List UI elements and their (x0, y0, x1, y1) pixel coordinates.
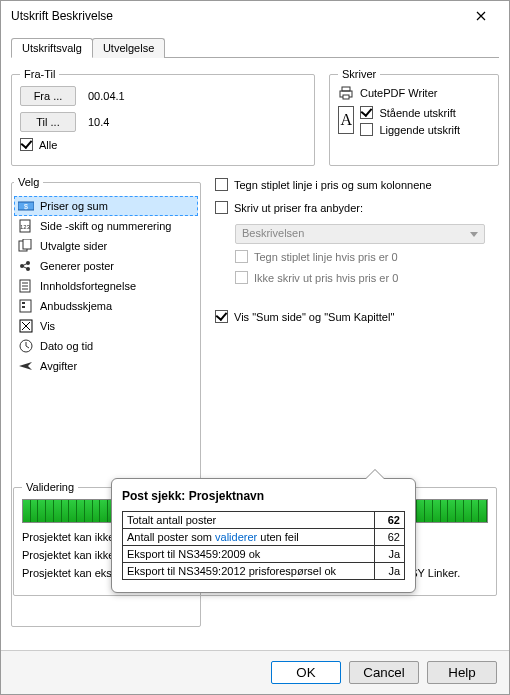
legend-validering: Validering (22, 481, 78, 493)
printer-name: CutePDF Writer (360, 87, 437, 99)
checkbox-icon (20, 138, 33, 151)
anbyder-dropdown[interactable]: Beskrivelsen (235, 224, 485, 244)
table-row: Antall poster som validerer uten feil 62 (123, 529, 405, 546)
velg-item-label: Anbudsskjema (40, 298, 112, 314)
skriv-label: Skriv ut priser fra anbyder: (234, 202, 363, 214)
plane-icon (18, 359, 34, 373)
cell-value: 62 (375, 529, 405, 546)
tab-utskriftsvalg[interactable]: Utskriftsvalg (11, 38, 93, 58)
cell-label: Eksport til NS3459:2009 ok (123, 546, 375, 563)
x-box-icon (18, 319, 34, 333)
validerer-link[interactable]: validerer (215, 531, 257, 543)
table-row: Eksport til NS3459:2012 prisforespørsel … (123, 563, 405, 580)
table-row: Eksport til NS3459:2009 ok Ja (123, 546, 405, 563)
checkbox-icon (360, 106, 373, 119)
close-button[interactable] (461, 4, 501, 28)
fra-button[interactable]: Fra ... (20, 86, 76, 106)
printer-icon (338, 86, 354, 100)
alle-label: Alle (39, 139, 57, 151)
svg-text:123: 123 (20, 224, 31, 230)
cell-value: 62 (375, 512, 405, 529)
velg-item-side[interactable]: 123 Side -skift og nummerering (14, 216, 198, 236)
liggende-checkbox[interactable]: Liggende utskrift (360, 123, 460, 136)
group-fra-til: Fra-Til Fra ... 00.04.1 Til ... 10.4 All… (11, 68, 315, 166)
cell-label: Antall poster som validerer uten feil (123, 529, 375, 546)
velg-item-label: Dato og tid (40, 338, 93, 354)
cell-label: Eksport til NS3459:2012 prisforespørsel … (123, 563, 375, 580)
checkbox-icon (360, 123, 373, 136)
skriv-checkbox[interactable]: Skriv ut priser fra anbyder: (215, 201, 499, 214)
vis-checkbox[interactable]: Vis "Sum side" og "Sum Kapittel" (215, 310, 499, 323)
sub2-checkbox: Ikke skriv ut pris hvis pris er 0 (235, 271, 499, 284)
velg-item-dato[interactable]: Dato og tid (14, 336, 198, 356)
velg-item-vis[interactable]: Vis (14, 316, 198, 336)
velg-item-label: Innholdsfortegnelse (40, 278, 136, 294)
stiplet-label: Tegn stiplet linje i pris og sum kolonne… (234, 179, 432, 191)
staaende-checkbox[interactable]: Stående utskrift (360, 106, 455, 119)
options-panel: Tegn stiplet linje i pris og sum kolonne… (215, 176, 499, 333)
price-icon: $ (18, 199, 34, 213)
velg-item-innhold[interactable]: Innholdsfortegnelse (14, 276, 198, 296)
til-button[interactable]: Til ... (20, 112, 76, 132)
dialog-footer: OK Cancel Help (1, 650, 509, 694)
velg-item-avgifter[interactable]: Avgifter (14, 356, 198, 376)
fra-value: 00.04.1 (88, 90, 125, 102)
cell-value: Ja (375, 546, 405, 563)
form-icon (18, 299, 34, 313)
cell-label: Totalt antall poster (123, 512, 375, 529)
generate-icon (18, 259, 34, 273)
velg-item-label: Generer poster (40, 258, 114, 274)
tab-page: Fra-Til Fra ... 00.04.1 Til ... 10.4 All… (1, 58, 509, 650)
legend-velg: Velg (14, 176, 43, 188)
velg-item-anbud[interactable]: Anbudsskjema (14, 296, 198, 316)
checkbox-icon (215, 201, 228, 214)
page-number-icon: 123 (18, 219, 34, 233)
sub2-label: Ikke skriv ut pris hvis pris er 0 (254, 272, 398, 284)
velg-item-priser[interactable]: $ Priser og sum (14, 196, 198, 216)
help-button[interactable]: Help (427, 661, 497, 684)
checkbox-icon (235, 271, 248, 284)
close-icon (476, 11, 486, 21)
table-row: Totalt antall poster 62 (123, 512, 405, 529)
tabstrip: Utskriftsvalg Utvelgelse (11, 37, 499, 58)
callout-table: Totalt antall poster 62 Antall poster so… (122, 511, 405, 580)
titlebar: Utskrift Beskrivelse (1, 1, 509, 31)
window-title: Utskrift Beskrivelse (11, 9, 113, 23)
callout-title: Post sjekk: Prosjektnavn (122, 489, 405, 503)
cell-value: Ja (375, 563, 405, 580)
velg-item-label: Side -skift og nummerering (40, 218, 171, 234)
sub1-label: Tegn stiplet linje hvis pris er 0 (254, 251, 398, 263)
checkbox-icon (235, 250, 248, 263)
cancel-button[interactable]: Cancel (349, 661, 419, 684)
dialog-window: Utskrift Beskrivelse Utskriftsvalg Utvel… (0, 0, 510, 695)
vis-label: Vis "Sum side" og "Sum Kapittel" (234, 311, 394, 323)
ok-button[interactable]: OK (271, 661, 341, 684)
svg-rect-1 (342, 87, 350, 91)
svg-rect-13 (20, 300, 31, 312)
sub1-checkbox: Tegn stiplet linje hvis pris er 0 (235, 250, 499, 263)
stiplet-checkbox[interactable]: Tegn stiplet linje i pris og sum kolonne… (215, 178, 499, 191)
svg-rect-14 (22, 302, 25, 304)
checkbox-icon (215, 178, 228, 191)
checkbox-icon (215, 310, 228, 323)
callout-tail-icon (365, 469, 385, 479)
liggende-label: Liggende utskrift (379, 124, 460, 136)
staaende-label: Stående utskrift (379, 107, 455, 119)
orientation-icon: A (338, 106, 354, 134)
velg-item-generer[interactable]: Generer poster (14, 256, 198, 276)
svg-text:$: $ (24, 203, 28, 210)
velg-item-utvalgte[interactable]: Utvalgte sider (14, 236, 198, 256)
pages-icon (18, 239, 34, 253)
toc-icon (18, 279, 34, 293)
clock-icon (18, 339, 34, 353)
velg-item-label: Utvalgte sider (40, 238, 107, 254)
velg-item-label: Avgifter (40, 358, 77, 374)
tab-utvelgelse[interactable]: Utvelgelse (92, 38, 165, 58)
svg-rect-15 (22, 306, 25, 308)
dropdown-value: Beskrivelsen (242, 227, 304, 239)
velg-item-label: Priser og sum (40, 198, 108, 214)
legend-skriver: Skriver (338, 68, 380, 80)
svg-rect-2 (343, 95, 349, 99)
post-sjekk-callout: Post sjekk: Prosjektnavn Totalt antall p… (111, 478, 416, 593)
alle-checkbox-row[interactable]: Alle (20, 138, 306, 151)
